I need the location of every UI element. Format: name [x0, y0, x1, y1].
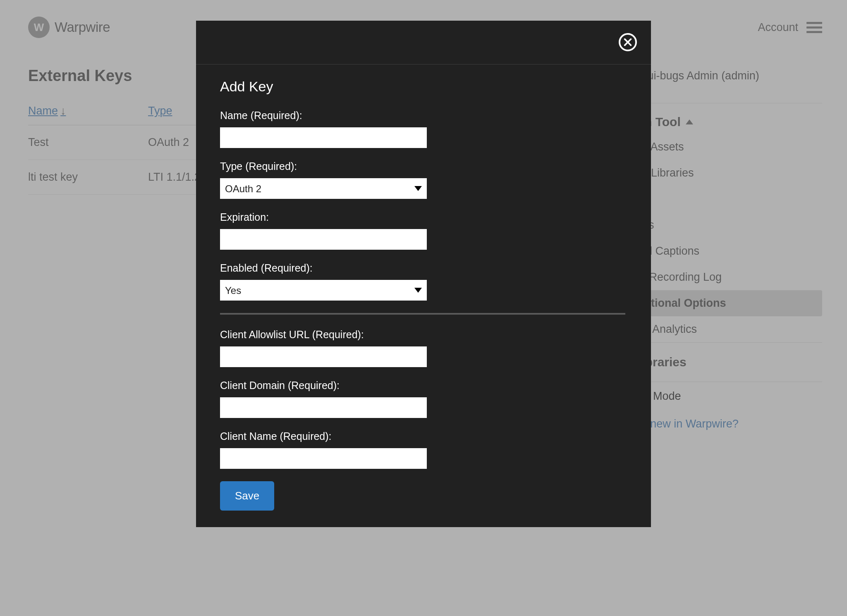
close-icon[interactable]: [619, 33, 637, 51]
domain-input[interactable]: [220, 397, 427, 418]
type-label: Type (Required):: [220, 160, 627, 172]
allowlist-input[interactable]: [220, 346, 427, 367]
enabled-select[interactable]: Yes: [220, 280, 427, 301]
add-key-modal: Add Key Name (Required): Type (Required)…: [196, 21, 651, 527]
allowlist-label: Client Allowlist URL (Required):: [220, 329, 627, 341]
client-name-label: Client Name (Required):: [220, 430, 627, 442]
name-label: Name (Required):: [220, 110, 627, 122]
modal-divider: [220, 313, 625, 315]
expiration-input[interactable]: [220, 229, 427, 250]
modal-title: Add Key: [220, 79, 627, 95]
domain-label: Client Domain (Required):: [220, 380, 627, 392]
name-input[interactable]: [220, 127, 427, 148]
enabled-label: Enabled (Required):: [220, 262, 627, 274]
save-button[interactable]: Save: [220, 481, 274, 511]
type-select[interactable]: OAuth 2: [220, 178, 427, 199]
modal-overlay[interactable]: Add Key Name (Required): Type (Required)…: [0, 0, 847, 616]
client-name-input[interactable]: [220, 448, 427, 469]
expiration-label: Expiration:: [220, 211, 627, 223]
